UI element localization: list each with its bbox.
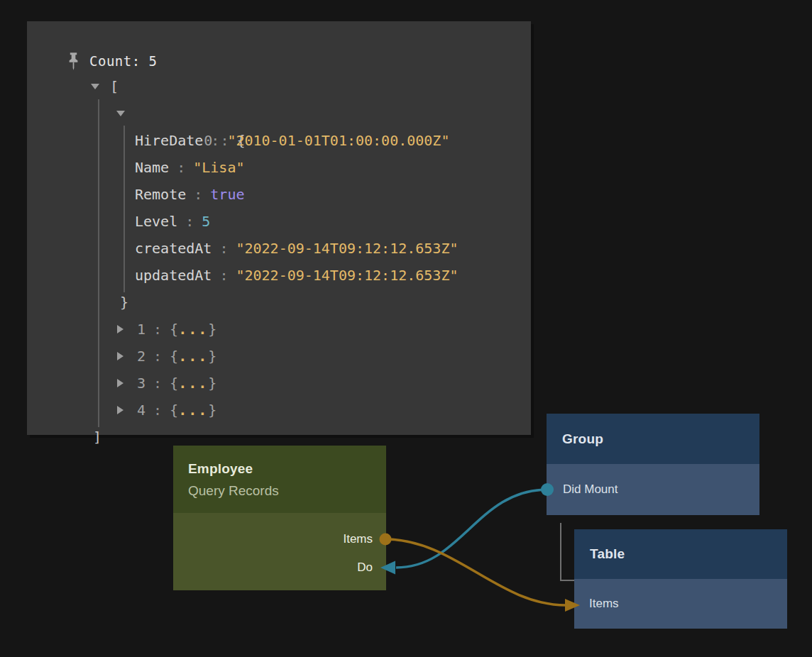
node-group[interactable]: Group Did Mount — [547, 414, 759, 515]
tree-row-field: Remote:true — [27, 181, 531, 208]
group-table-hierarchy-line — [560, 523, 575, 581]
tree-row-field: Name:"Lisa" — [27, 154, 531, 181]
brace-open: { — [170, 402, 178, 419]
node-title: Group — [562, 431, 603, 447]
item-index: 1 — [137, 321, 146, 338]
brace-open: { — [170, 375, 178, 392]
debug-inspector-panel: Count: 5 [ 0:{ HireDate:"2010-01-01T01:0… — [27, 21, 531, 435]
brace-close: } — [208, 375, 216, 392]
flow-canvas: Count: 5 [ 0:{ HireDate:"2010-01-01T01:0… — [0, 0, 812, 657]
node-group-header[interactable]: Group — [547, 414, 759, 464]
tree-row-item-4[interactable]: 4:{...} — [27, 397, 531, 424]
node-subtitle: Query Records — [188, 480, 386, 502]
colon: : — [153, 402, 162, 419]
node-table[interactable]: Table Items — [574, 529, 787, 629]
brace-close: } — [208, 402, 216, 419]
node-title: Employee — [188, 458, 386, 480]
count-label: Count: 5 — [89, 53, 158, 69]
port-items-input[interactable]: Items — [589, 597, 619, 611]
brace-open: { — [170, 348, 178, 365]
field-value: "2022-09-14T09:12:12.653Z" — [236, 267, 458, 284]
port-did-mount-output[interactable]: Did Mount — [563, 482, 618, 497]
pin-icon[interactable] — [67, 52, 79, 71]
collapsed-ellipsis: ... — [178, 375, 208, 392]
tree-row-item-0[interactable]: 0:{ — [27, 100, 531, 127]
field-value: "2022-09-14T09:12:12.653Z" — [236, 240, 458, 257]
field-value: "Lisa" — [193, 159, 244, 176]
item-index: 2 — [137, 348, 146, 365]
field-value: "2010-01-01T01:00:00.000Z" — [227, 132, 449, 149]
item-index: 3 — [137, 375, 146, 392]
node-employee-header[interactable]: Employee Query Records — [173, 446, 386, 513]
port-do-input[interactable]: Do — [357, 560, 373, 575]
tree-row-field: Level:5 — [27, 208, 531, 235]
node-group-body: Did Mount — [547, 464, 759, 515]
node-employee-body: Items Do — [173, 513, 386, 590]
collapse-arrow-icon[interactable] — [116, 111, 125, 116]
brace-close: } — [208, 321, 216, 338]
port-items-output[interactable]: Items — [343, 531, 373, 547]
collapsed-ellipsis: ... — [178, 321, 208, 338]
colon: : — [153, 321, 162, 338]
field-key: createdAt — [135, 240, 212, 257]
tree-row-item-3[interactable]: 3:{...} — [27, 370, 531, 397]
wire-did-mount-to-do[interactable] — [396, 490, 547, 568]
expand-arrow-icon[interactable] — [117, 352, 124, 360]
field-key: Level — [135, 213, 177, 230]
colon: : — [194, 186, 202, 203]
brace-close: } — [208, 348, 216, 365]
field-key: HireDate — [135, 132, 203, 149]
field-value: true — [210, 186, 244, 203]
field-key: Remote — [135, 186, 186, 203]
node-table-body: Items — [574, 579, 787, 629]
brace-close: } — [120, 289, 128, 316]
node-table-header[interactable]: Table — [574, 529, 787, 579]
collapsed-ellipsis: ... — [178, 348, 208, 365]
inspector-header: Count: 5 — [67, 51, 158, 71]
wire-items-to-items[interactable] — [385, 539, 566, 605]
node-title: Table — [590, 546, 625, 562]
colon: : — [185, 213, 194, 230]
expand-arrow-icon[interactable] — [117, 406, 124, 414]
colon: : — [219, 240, 228, 257]
expand-arrow-icon[interactable] — [117, 379, 124, 387]
colon: : — [153, 375, 162, 392]
tree-row-field: updatedAt:"2022-09-14T09:12:12.653Z" — [27, 262, 531, 289]
colon: : — [219, 267, 228, 284]
expand-arrow-icon[interactable] — [117, 325, 124, 333]
tree-row-item-2[interactable]: 2:{...} — [27, 343, 531, 370]
field-key: Name — [135, 159, 169, 176]
array-close-bracket: ] — [93, 424, 102, 451]
collapsed-ellipsis: ... — [178, 402, 208, 419]
port-connector-did-mount-icon[interactable] — [541, 483, 554, 496]
colon: : — [153, 348, 162, 365]
item-index: 4 — [137, 402, 146, 419]
array-open-bracket: [ — [110, 73, 119, 100]
brace-open: { — [170, 321, 178, 338]
tree-row-item-1[interactable]: 1:{...} — [27, 316, 531, 343]
collapse-arrow-icon[interactable] — [91, 84, 99, 89]
field-value: 5 — [202, 213, 210, 230]
tree-row-field: HireDate:"2010-01-01T01:00:00.000Z" — [27, 127, 531, 154]
tree-row-field: createdAt:"2022-09-14T09:12:12.653Z" — [27, 235, 531, 262]
colon: : — [177, 159, 185, 176]
port-connector-items-output-icon[interactable] — [380, 534, 392, 546]
field-key: updatedAt — [135, 267, 212, 284]
tree-row-array-open: [ — [27, 73, 531, 100]
tree-row-item-0-close: } — [27, 289, 531, 316]
node-employee[interactable]: Employee Query Records Items Do — [173, 446, 386, 590]
colon: : — [211, 132, 219, 149]
